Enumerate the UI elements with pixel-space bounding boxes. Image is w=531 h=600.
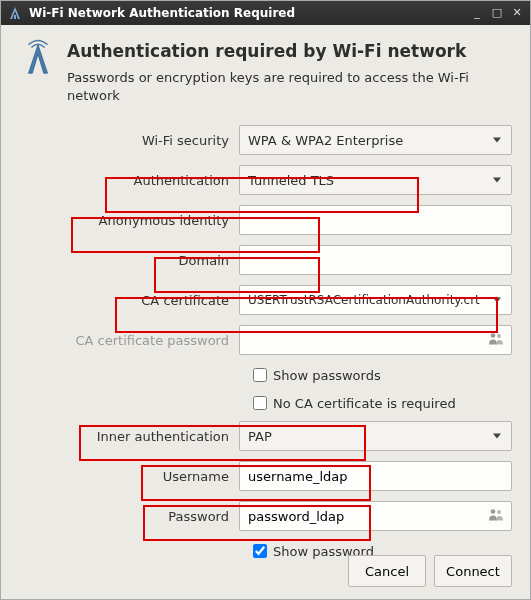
wifi-security-combo[interactable]: WPA & WPA2 Enterprise: [239, 125, 512, 155]
anonymous-identity-input[interactable]: [239, 205, 512, 235]
anonymous-identity-label: Anonymous identity: [19, 213, 239, 228]
inner-auth-label: Inner authentication: [19, 429, 239, 444]
wifi-antenna-icon: [19, 39, 57, 77]
username-label: Username: [19, 469, 239, 484]
ca-certificate-chooser[interactable]: USERTrustRSACertificationAuthority.crt: [239, 285, 512, 315]
wifi-security-label: Wi-Fi security: [19, 133, 239, 148]
domain-input[interactable]: [239, 245, 512, 275]
dialog-description: Passwords or encryption keys are require…: [67, 69, 512, 104]
auth-form: Wi-Fi security WPA & WPA2 Enterprise Aut…: [19, 124, 512, 562]
svg-rect-0: [14, 15, 16, 19]
no-ca-required-label: No CA certificate is required: [273, 396, 456, 411]
connect-button[interactable]: Connect: [434, 555, 512, 587]
inner-auth-combo[interactable]: PAP: [239, 421, 512, 451]
show-passwords-checkbox[interactable]: [253, 368, 267, 382]
window-title: Wi-Fi Network Authentication Required: [29, 6, 464, 20]
username-input[interactable]: [239, 461, 512, 491]
dialog-heading: Authentication required by Wi-Fi network: [67, 41, 512, 61]
svg-point-1: [36, 48, 40, 52]
app-icon: [7, 5, 23, 21]
no-ca-required-checkbox[interactable]: [253, 396, 267, 410]
ca-certificate-label: CA certificate: [19, 293, 239, 308]
window-titlebar: Wi-Fi Network Authentication Required _ …: [1, 1, 530, 25]
maximize-button[interactable]: □: [490, 6, 504, 20]
authentication-combo[interactable]: Tunneled TLS: [239, 165, 512, 195]
show-passwords-label: Show passwords: [273, 368, 381, 383]
authentication-label: Authentication: [19, 173, 239, 188]
password-label: Password: [19, 509, 239, 524]
cancel-button[interactable]: Cancel: [348, 555, 426, 587]
minimize-button[interactable]: _: [470, 6, 484, 20]
password-input[interactable]: [239, 501, 512, 531]
dialog-content: Authentication required by Wi-Fi network…: [1, 25, 530, 600]
close-button[interactable]: ✕: [510, 6, 524, 20]
ca-cert-password-label: CA certificate password: [19, 333, 239, 348]
ca-cert-password-input: [239, 325, 512, 355]
domain-label: Domain: [19, 253, 239, 268]
show-password-checkbox[interactable]: [253, 544, 267, 558]
